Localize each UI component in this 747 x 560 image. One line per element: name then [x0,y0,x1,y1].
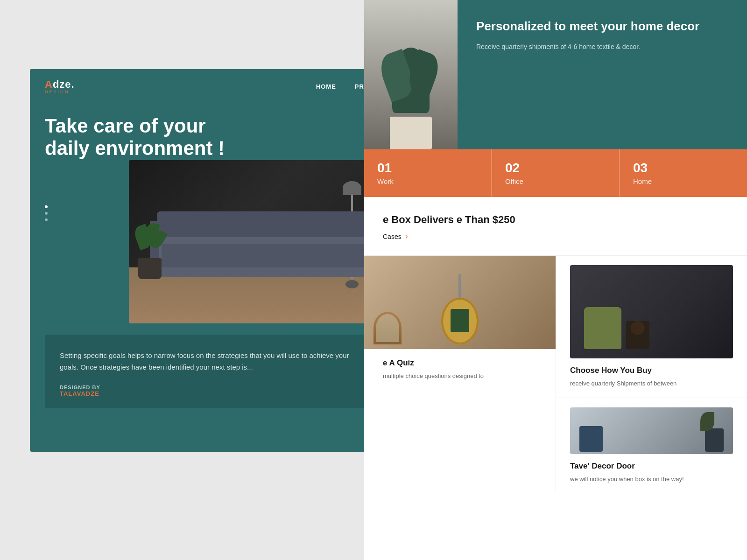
sofa-scene [129,160,400,323]
choose-card: Choose How You Buy receive quarterly Shi… [556,256,747,398]
cat-home[interactable]: 03 Home [620,149,747,197]
cat-num-2: 02 [505,161,606,175]
cat-label-2: Office [505,177,523,185]
dot-3[interactable] [45,218,48,221]
cat-num-3: 03 [633,161,734,175]
bottom-grid: e A Quiz multiple choice questions desig… [364,256,747,493]
mirror-glass [376,314,399,342]
small-plant [700,412,714,431]
body-text: Setting specific goals helps to narrow f… [60,350,349,373]
hanging-chair [441,274,479,344]
plant-sim [364,48,458,149]
cat-work[interactable]: 01 Work [364,149,492,197]
dot-1[interactable] [45,205,48,208]
choose-image [570,265,733,358]
personalized-text: Personalized to meet your home decor Rec… [458,0,747,149]
delivers-cases: Cases [383,233,402,240]
large-leaf [392,48,430,113]
logo: Adze. DESIGN [45,78,75,94]
plant-leaves-left [134,221,166,258]
hero-title: Take care of your daily environment ! [45,115,241,160]
lamp-head [343,181,361,195]
choose-title: Choose How You Buy [570,366,733,375]
sofa-seat [162,244,376,267]
logo-sub: DESIGN [45,90,75,94]
right-panel: Personalized to meet your home decor Rec… [364,0,747,560]
delivers-section: e Box Delivers e Than $250 Cases › [364,197,747,256]
sofa-back [157,211,381,237]
nav-home[interactable]: HOME [316,83,336,90]
tave-image [570,407,733,454]
decor-image [364,0,458,149]
plant-in-chair [451,309,469,332]
personalized-desc: Receive quarterly shipments of 4-6 home … [476,42,728,52]
cat-office[interactable]: 02 Office [492,149,620,197]
side-table [626,321,649,349]
blue-chair [579,426,603,452]
category-boxes: 01 Work 02 Office 03 Home [364,149,747,197]
carousel-dots [45,205,48,221]
chair-bowl [441,298,479,344]
hero-image [129,160,400,323]
tave-title: Tave' Decor Door [570,462,733,471]
right-top-section: Personalized to meet your home decor Rec… [364,0,747,149]
quiz-desc: multiple choice questions designed to [364,371,556,390]
choose-desc: receive quarterly Shipments of between [570,379,733,388]
sofa [157,211,381,277]
pot [390,117,432,149]
cat-num-1: 01 [377,161,478,175]
tave-card: Tave' Decor Door we will notice you when… [556,398,747,493]
table-top [631,321,645,335]
lamp-base [345,280,359,288]
personalized-title: Personalized to meet your home decor [476,19,728,34]
bottom-left-col: e A Quiz multiple choice questions desig… [364,256,556,493]
delivers-link[interactable]: Cases › [383,231,728,241]
quiz-title: e A Quiz [364,349,556,371]
cat-label-3: Home [633,177,652,185]
arrow-right-icon: › [405,231,408,241]
plant-left [138,258,162,279]
cat-label-1: Work [377,177,394,185]
tave-desc: we will notice you when box is on the wa… [570,475,733,484]
plant-pot-left [138,258,162,279]
room-image [364,256,556,349]
green-chair [584,307,621,349]
logo-text: Adze. [45,78,75,91]
delivers-title: e Box Delivers e Than $250 [383,214,728,226]
bottom-right-col: Choose How You Buy receive quarterly Shi… [556,256,747,493]
dot-2[interactable] [45,212,48,215]
mirror-frame [374,312,402,344]
furniture-piece [705,428,724,452]
